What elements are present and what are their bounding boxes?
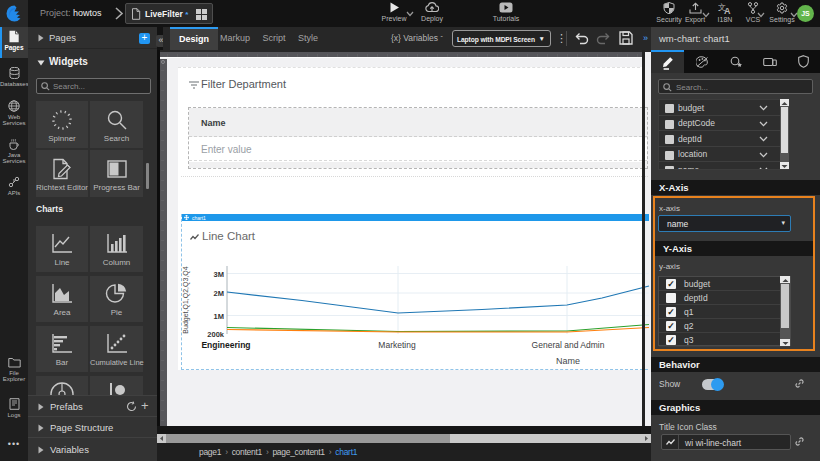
svg-text:Budget,Q1,Q2,Q3,Q4: Budget,Q1,Q2,Q3,Q4	[182, 266, 190, 333]
svg-text:Name: Name	[556, 356, 580, 366]
svg-text:Marketing: Marketing	[378, 340, 416, 350]
svg-text:A: A	[724, 6, 731, 15]
svg-text:Engineering: Engineering	[201, 340, 250, 350]
svg-text:General and Admin: General and Admin	[532, 340, 605, 350]
svg-text:1M: 1M	[214, 312, 224, 321]
svg-text:200k: 200k	[207, 330, 225, 339]
svg-text:2M: 2M	[214, 289, 224, 298]
svg-text:3M: 3M	[214, 270, 224, 279]
